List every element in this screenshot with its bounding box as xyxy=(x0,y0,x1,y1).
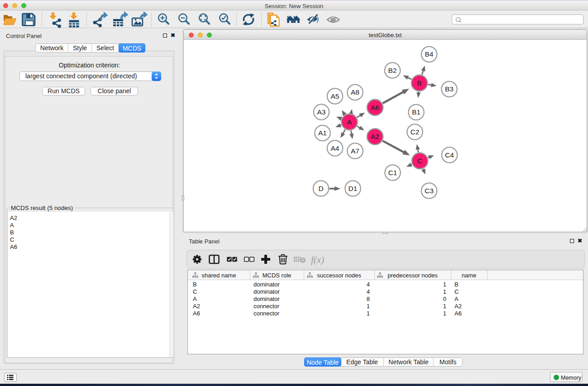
svg-text:D: D xyxy=(318,185,323,192)
svg-text:A6: A6 xyxy=(371,104,379,111)
svg-text:A2: A2 xyxy=(371,133,379,140)
svg-text:C3: C3 xyxy=(425,187,434,195)
svg-text:B1: B1 xyxy=(412,108,421,116)
svg-text:A4: A4 xyxy=(331,144,339,152)
svg-text:A3: A3 xyxy=(317,108,326,116)
svg-text:C2: C2 xyxy=(411,128,420,136)
svg-text:B2: B2 xyxy=(388,67,397,74)
svg-text:B3: B3 xyxy=(445,85,454,93)
svg-text:A: A xyxy=(347,118,352,126)
svg-text:A5: A5 xyxy=(331,92,339,100)
svg-text:A8: A8 xyxy=(351,88,359,96)
svg-text:B4: B4 xyxy=(425,50,434,58)
svg-text:A7: A7 xyxy=(351,147,359,155)
svg-text:C1: C1 xyxy=(388,169,397,176)
svg-text:C: C xyxy=(417,157,422,165)
svg-text:A1: A1 xyxy=(318,129,327,137)
svg-text:D1: D1 xyxy=(349,185,358,192)
svg-text:C4: C4 xyxy=(445,151,454,159)
svg-text:f(x): f(x) xyxy=(311,254,324,265)
svg-text:B: B xyxy=(417,79,421,87)
